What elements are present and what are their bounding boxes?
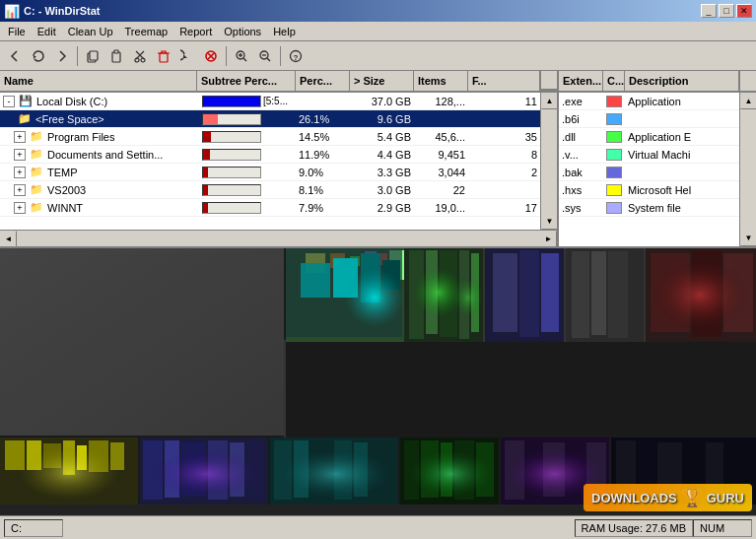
status-bar: C: RAM Usage: 27.6 MB NUM	[0, 515, 756, 539]
tree-row[interactable]: + 📁 WINNT 7.9% 2.9 GB 19,0... 17	[0, 199, 540, 217]
ext-row[interactable]: .v... Virtual Machi	[559, 146, 739, 164]
subtree-perc-cell	[197, 128, 296, 145]
svg-point-5	[141, 58, 145, 62]
svg-rect-39	[541, 253, 559, 332]
minimize-button[interactable]: _	[701, 4, 717, 18]
expand-icon[interactable]: +	[14, 131, 26, 143]
back-button[interactable]	[4, 45, 26, 67]
tree-row[interactable]: + 📁 Program Files 14.5% 5.4 GB 45,6...	[0, 128, 540, 146]
ext-vscroll[interactable]: ▲ ▼	[739, 93, 756, 246]
tree-hscroll[interactable]: ◄ ►	[0, 230, 557, 246]
zoom-in-button[interactable]	[231, 45, 252, 67]
maximize-button[interactable]: □	[719, 4, 734, 18]
tree-row[interactable]: + 📁 TEMP 9.0% 3.3 GB 3,044 2	[0, 164, 540, 181]
tree-row-name: <Free Space>	[35, 113, 104, 125]
svg-rect-74	[281, 450, 389, 498]
ext-vscroll-up[interactable]: ▲	[740, 93, 756, 109]
subtree-text: [5:5...	[263, 96, 288, 106]
ext-row[interactable]: .b6i	[559, 110, 739, 128]
menu-help[interactable]: Help	[267, 24, 302, 39]
ext-scroll-header	[739, 71, 756, 91]
copy-button[interactable]	[82, 45, 103, 67]
vscroll-down[interactable]: ▼	[541, 213, 557, 230]
ext-vscroll-thumb[interactable]	[740, 109, 756, 230]
cut-button[interactable]	[129, 45, 151, 67]
svg-rect-6	[160, 53, 168, 62]
app-title: C: - WinDirStat	[24, 5, 101, 17]
ext-color-cell	[603, 167, 625, 178]
tree-vscroll[interactable]: ▲ ▼	[540, 93, 557, 230]
ext-vscroll-down[interactable]: ▼	[740, 230, 756, 246]
menu-cleanup[interactable]: Clean Up	[62, 24, 119, 39]
svg-rect-1	[90, 51, 98, 60]
ext-col-header-color[interactable]: C...	[603, 71, 625, 91]
folder-icon: 📁	[30, 166, 43, 178]
col-header-files[interactable]: F...	[468, 71, 540, 91]
delete-button[interactable]	[153, 45, 174, 67]
col-header-perc[interactable]: Perc...	[296, 71, 350, 91]
tree-row-name: TEMP	[47, 167, 78, 178]
folder-icon: 📁	[30, 201, 43, 214]
treemap-area[interactable]: DOWNLOADS 🏆 GURU	[0, 248, 756, 515]
help-button[interactable]: ?	[285, 45, 307, 67]
files-cell: 11	[468, 93, 540, 109]
stop-button[interactable]	[200, 45, 222, 67]
col-header-subtree[interactable]: Subtree Perc...	[197, 71, 296, 91]
menu-report[interactable]: Report	[173, 24, 218, 39]
menu-file[interactable]: File	[2, 24, 32, 39]
close-button[interactable]: ✕	[736, 4, 752, 18]
zoom-out-button[interactable]	[254, 45, 276, 67]
ext-col-header-desc[interactable]: Description	[625, 71, 739, 91]
expand-icon[interactable]: -	[3, 96, 15, 107]
toolbar-sep-1	[77, 46, 78, 66]
size-cell: 5.4 GB	[350, 128, 414, 145]
col-header-name[interactable]: Name	[0, 71, 197, 91]
bar-cell	[202, 184, 261, 196]
tree-row[interactable]: 📁 <Free Space> 26.1% 9.6 GB	[0, 110, 540, 128]
bar-cell	[202, 96, 261, 107]
reload-button[interactable]	[28, 45, 49, 67]
col-header-items[interactable]: Items	[414, 71, 468, 91]
ext-col-header-ext[interactable]: Exten...	[559, 71, 603, 91]
expand-icon[interactable]: +	[14, 184, 26, 196]
title-controls: _ □ ✕	[701, 4, 752, 18]
tree-content: - 💾 Local Disk (C:) [5:5... 37.0 GB	[0, 93, 540, 230]
bar-inner	[203, 203, 208, 213]
vscroll-thumb[interactable]	[541, 109, 557, 213]
treemap-svg	[0, 248, 756, 505]
tree-row[interactable]: + 📁 Documents and Settin... 11.9% 4.4 GB…	[0, 146, 540, 164]
tree-row[interactable]: - 💾 Local Disk (C:) [5:5... 37.0 GB	[0, 93, 540, 110]
col-header-size[interactable]: > Size	[350, 71, 414, 91]
bar-cell	[202, 202, 261, 214]
ext-desc: Microsoft Hel	[625, 184, 739, 196]
vscroll-up[interactable]: ▲	[541, 93, 557, 109]
svg-rect-96	[284, 340, 286, 438]
ext-row[interactable]: .hxs Microsoft Hel	[559, 181, 739, 199]
svg-rect-43	[608, 251, 628, 338]
expand-icon[interactable]: +	[14, 149, 26, 161]
forward-button[interactable]	[51, 45, 73, 67]
bar-inner	[203, 150, 210, 160]
ext-row[interactable]: .sys System file	[559, 199, 739, 217]
menu-bar: File Edit Clean Up Treemap Report Option…	[0, 22, 756, 41]
ext-row[interactable]: .dll Application E	[559, 128, 739, 146]
items-cell: 45,6...	[414, 128, 468, 145]
tree-row[interactable]: + 📁 VS2003 8.1% 3.0 GB 22	[0, 181, 540, 199]
ext-row[interactable]: .bak	[559, 164, 739, 181]
menu-options[interactable]: Options	[218, 24, 267, 39]
ext-color-block	[606, 167, 622, 178]
menu-treemap[interactable]: Treemap	[119, 24, 174, 39]
bar-inner	[203, 114, 218, 124]
hscroll-left[interactable]: ◄	[0, 231, 17, 246]
menu-edit[interactable]: Edit	[32, 24, 62, 39]
undo-button[interactable]	[176, 45, 198, 67]
ext-row[interactable]: .exe Application	[559, 93, 739, 110]
subtree-perc-cell: [5:5...	[197, 93, 296, 109]
hscroll-right[interactable]: ►	[540, 231, 557, 246]
expand-icon[interactable]: +	[14, 202, 26, 214]
expand-icon[interactable]: +	[14, 167, 26, 178]
ram-status: RAM Usage: 27.6 MB	[575, 519, 693, 537]
svg-rect-66	[153, 450, 261, 498]
svg-rect-35	[453, 278, 483, 317]
paste-button[interactable]	[105, 45, 127, 67]
